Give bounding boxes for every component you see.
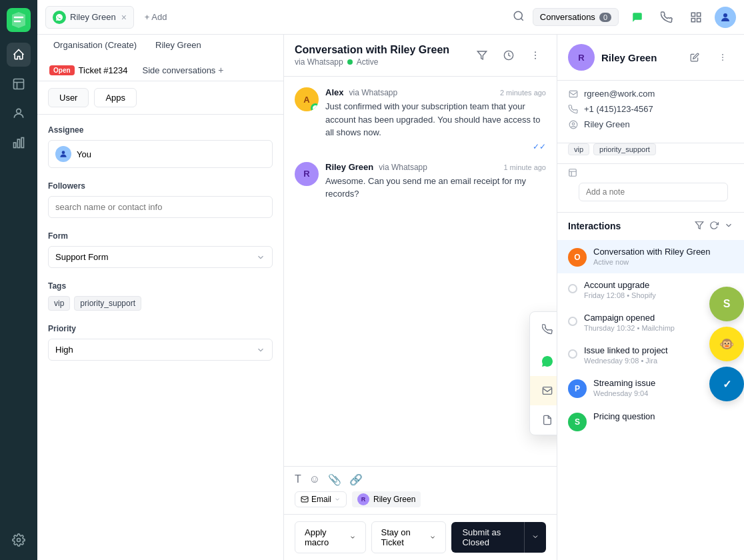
- assignee-label: Assignee: [48, 125, 273, 135]
- followers-input[interactable]: [48, 196, 273, 218]
- tab-contact-name: Riley Green: [70, 12, 116, 22]
- left-navigation: [0, 0, 37, 560]
- tab-riley-green[interactable]: Riley Green: [147, 35, 209, 57]
- mailchimp-app-button[interactable]: 🐵: [709, 327, 744, 361]
- contact-tag-priority[interactable]: priority_support: [593, 143, 656, 155]
- conversations-button[interactable]: Conversations 0: [533, 8, 619, 26]
- riley-text: Awesome. Can you send me an email receip…: [325, 175, 546, 201]
- active-tab[interactable]: Riley Green ×: [45, 6, 134, 29]
- submit-main-label[interactable]: Submit as Closed: [451, 522, 525, 553]
- alex-time: 2 minutes ago: [500, 89, 546, 97]
- contact-tag-vip[interactable]: vip: [568, 143, 589, 155]
- submit-dropdown-arrow[interactable]: [525, 527, 546, 548]
- collapse-interactions-button[interactable]: [724, 221, 733, 232]
- svg-point-13: [62, 151, 65, 154]
- priority-select[interactable]: High: [48, 339, 273, 361]
- dropdown-whatsapp[interactable]: Whatsapp: [530, 347, 557, 376]
- tags-container: vip priority_support: [48, 296, 273, 311]
- tag-vip[interactable]: vip: [48, 296, 70, 311]
- stay-on-ticket-button[interactable]: Stay on Ticket: [371, 521, 447, 553]
- refresh-interactions-button[interactable]: [709, 221, 719, 232]
- svg-point-2: [17, 109, 21, 113]
- dropdown-internal-note[interactable]: Internal note: [530, 405, 557, 435]
- more-contact-button[interactable]: [712, 47, 733, 68]
- contact-username: Riley Green: [584, 119, 630, 129]
- conv-title-area: Conversation with Riley Green via Whatsa…: [295, 44, 449, 67]
- contact-tags: vip priority_support: [557, 143, 744, 164]
- history-icon-button[interactable]: [498, 45, 519, 66]
- user-avatar[interactable]: [715, 7, 736, 28]
- more-options-button[interactable]: [525, 45, 546, 66]
- open-badge: Open: [49, 65, 75, 75]
- svg-rect-9: [697, 13, 701, 16]
- add-tab-button[interactable]: + Add: [139, 9, 173, 25]
- interaction-active-conv[interactable]: O Conversation with Riley Green Active n…: [557, 240, 744, 273]
- filter-interactions-button[interactable]: [695, 221, 704, 232]
- search-button[interactable]: [513, 10, 525, 24]
- phone-icon-button[interactable]: [656, 7, 677, 28]
- floating-apps: S 🐵 ✓: [709, 287, 744, 401]
- tab-close-icon[interactable]: ×: [121, 12, 127, 23]
- interactions-title: Interactions: [568, 221, 621, 231]
- stay-label: Stay on Ticket: [381, 527, 427, 547]
- note-input[interactable]: [579, 183, 728, 201]
- riley-message-content: Riley Green via Whatsapp 1 minute ago Aw…: [325, 162, 546, 201]
- whatsapp-badge: [311, 103, 319, 111]
- assignee-box[interactable]: You: [48, 140, 273, 168]
- svg-rect-3: [14, 143, 16, 148]
- note-area: [557, 164, 744, 212]
- text-format-button[interactable]: T: [295, 473, 301, 486]
- riley-time: 1 minute ago: [503, 163, 546, 171]
- tabs-row: Organisation (Create) Riley Green Open T…: [37, 35, 283, 81]
- apply-macro-button[interactable]: Apply macro: [295, 521, 366, 553]
- left-panel: Organisation (Create) Riley Green Open T…: [37, 35, 284, 560]
- contact-avatar: R: [568, 44, 595, 71]
- grid-icon-button[interactable]: [685, 7, 707, 28]
- svg-rect-4: [17, 139, 19, 148]
- assignee-avatar: [55, 146, 71, 162]
- conv-actions: [471, 45, 546, 66]
- radio-campaign: [568, 317, 577, 326]
- nav-home[interactable]: [7, 43, 31, 67]
- tab-user[interactable]: User: [48, 88, 89, 107]
- riley-avatar: R: [295, 162, 319, 186]
- interaction-active-content: Conversation with Riley Green Active now: [593, 247, 733, 266]
- svg-point-7: [514, 11, 522, 19]
- compose-channel-row: Email R Riley Green: [295, 491, 546, 507]
- nav-reports[interactable]: [7, 131, 31, 155]
- tab-side-conversations[interactable]: Side conversations +: [135, 59, 232, 81]
- nav-contacts[interactable]: [7, 101, 31, 125]
- channel-selector[interactable]: Email: [295, 491, 347, 507]
- dropdown-email[interactable]: Email: [530, 376, 557, 405]
- app-logo[interactable]: [7, 8, 31, 32]
- nav-settings[interactable]: [7, 528, 31, 552]
- tab-organisation[interactable]: Organisation (Create): [45, 35, 145, 57]
- recipient-tag[interactable]: R Riley Green: [352, 491, 421, 507]
- tag-priority[interactable]: priority_support: [74, 296, 141, 311]
- edit-contact-button[interactable]: [684, 47, 705, 68]
- submit-button[interactable]: Submit as Closed: [451, 522, 546, 553]
- emoji-button[interactable]: ☺: [309, 473, 320, 486]
- chat-icon-button[interactable]: [627, 7, 648, 28]
- trello-app-button[interactable]: ✓: [709, 367, 744, 401]
- nav-inbox[interactable]: [7, 72, 31, 96]
- message-alex: A Alex via Whatsapp 2 minutes ago Just c…: [295, 87, 546, 151]
- interactions-actions: [695, 221, 733, 232]
- link-button[interactable]: 🔗: [349, 473, 363, 486]
- form-select[interactable]: Support Form: [48, 246, 273, 268]
- shopify-app-button[interactable]: S: [709, 287, 744, 321]
- interaction-conv-name: Conversation with Riley Green: [593, 247, 733, 257]
- tab-apps[interactable]: Apps: [94, 88, 137, 107]
- ticket-tab[interactable]: Open Ticket #1234: [45, 60, 132, 81]
- interaction-pricing[interactable]: S Pricing question: [557, 405, 744, 438]
- filter-icon-button[interactable]: [471, 45, 493, 66]
- dropdown-call[interactable]: Call Enter a number: [530, 312, 557, 347]
- contact-username-row: Riley Green: [568, 119, 733, 129]
- svg-rect-5: [21, 138, 23, 148]
- macro-label: Apply macro: [305, 527, 345, 547]
- attachment-button[interactable]: 📎: [328, 473, 341, 486]
- content-area: Organisation (Create) Riley Green Open T…: [37, 35, 744, 560]
- interaction-pricing-name: Pricing question: [593, 411, 733, 421]
- radio-account: [568, 284, 577, 293]
- conversations-label: Conversations: [540, 12, 595, 22]
